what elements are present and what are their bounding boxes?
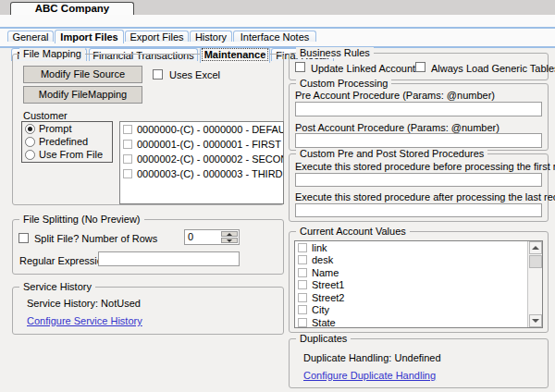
tab-abc-company[interactable]: ABC Company [10, 2, 134, 15]
radio-use-from-file-label: Use From File [39, 149, 103, 160]
split-file-checkbox[interactable] [18, 233, 29, 243]
duplicates-legend: Duplicates [296, 333, 351, 344]
radio-predefined-circle[interactable] [25, 137, 35, 147]
before-procedure-input[interactable] [295, 173, 542, 187]
list-item-checkbox[interactable] [298, 268, 307, 277]
list-item-label: desk [312, 254, 333, 265]
group-custom-processing: Custom Processing Pre Account Procedure … [289, 83, 549, 151]
tab-interface-notes[interactable]: Interface Notes [233, 31, 316, 42]
always-load-generic-tables-checkbox[interactable] [415, 62, 426, 72]
group-service-history: Service History Service History: NotUsed… [12, 287, 284, 335]
tab-general[interactable]: General [7, 31, 54, 42]
list-item-label: 0000001-(C) - 0000001 - FIRST CUST [137, 139, 283, 150]
radio-use-from-file[interactable]: Use From File [22, 148, 112, 161]
tab-maintenance[interactable]: Maintenance [200, 47, 270, 63]
list-item[interactable]: link [295, 241, 542, 254]
list-item[interactable]: 0000001-(C) - 0000001 - FIRST CUST [120, 137, 283, 152]
stored-procedures-legend: Custom Pre and Post Stored Procedures [296, 148, 487, 159]
radio-predefined[interactable]: Predefined [22, 135, 112, 148]
list-item-checkbox[interactable] [298, 280, 307, 289]
list-item[interactable]: State [295, 316, 542, 328]
after-procedure-input[interactable] [295, 203, 542, 217]
list-item-checkbox[interactable] [298, 255, 307, 264]
customer-file-list[interactable]: 0000000-(C) - 0000000 - DEFAULT CU 00000… [119, 121, 284, 204]
list-item[interactable]: Name [295, 266, 542, 279]
current-account-values-legend: Current Account Values [296, 226, 410, 237]
list-item-checkbox[interactable] [123, 140, 132, 149]
list-item[interactable]: 0000003-(C) - 0000003 - THIRD CUST [120, 166, 283, 181]
customer-label: Customer [23, 110, 68, 121]
list-item-checkbox[interactable] [298, 293, 307, 302]
scroll-down-button[interactable] [529, 314, 542, 327]
list-item-label: link [312, 242, 327, 253]
list-item-label: Name [312, 267, 339, 278]
list-item-label: 0000003-(C) - 0000003 - THIRD CUST [137, 168, 283, 179]
radio-prompt-label: Prompt [39, 123, 71, 134]
app-window: ABC Company General Import Files Export … [0, 0, 555, 392]
radio-prompt[interactable]: Prompt [22, 122, 112, 135]
list-item-checkbox[interactable] [298, 318, 307, 327]
after-procedure-label: Execute this stored procedure after proc… [295, 191, 555, 202]
list-item-checkbox[interactable] [298, 243, 307, 252]
uses-excel-label: Uses Excel [169, 69, 220, 80]
list-item-label: City [312, 304, 329, 315]
radio-use-from-file-circle[interactable] [25, 150, 35, 160]
modify-file-source-layout-button[interactable]: Modify File Source Layout [23, 66, 142, 83]
scroll-thumb[interactable] [529, 255, 542, 268]
list-item[interactable]: 0000000-(C) - 0000000 - DEFAULT CU [120, 122, 283, 137]
post-account-procedure-label: Post Account Procedure (Params: @number) [295, 122, 500, 133]
scrollbar[interactable] [527, 241, 542, 327]
list-item[interactable]: City [295, 304, 542, 317]
radio-predefined-label: Predefined [39, 136, 88, 147]
regular-expression-label: Regular Expression [19, 255, 108, 266]
service-history-legend: Service History [19, 281, 95, 292]
group-file-splitting: File Splitting (No Preview) Split File? … [12, 219, 284, 275]
group-current-account-values: Current Account Values link desk Name St… [289, 231, 549, 333]
account-values-list[interactable]: link desk Name Street1 Street2 [294, 240, 543, 328]
list-item-label: State [312, 317, 336, 328]
duplicate-handling-status: Duplicate Handling: Undefined [303, 352, 441, 363]
group-business-rules: Business Rules Update Linked Accounts Al… [289, 53, 549, 80]
split-file-label: Split File? Number of Rows [34, 233, 157, 244]
group-duplicates: Duplicates Duplicate Handling: Undefined… [289, 338, 549, 388]
before-procedure-label: Execute this stored procedure before pro… [295, 161, 555, 172]
list-item[interactable]: desk [295, 254, 542, 267]
tab-export-files[interactable]: Export Files [125, 31, 189, 42]
pre-account-procedure-input[interactable] [295, 102, 542, 116]
scroll-up-icon [532, 246, 539, 250]
list-item-checkbox[interactable] [298, 305, 307, 314]
always-load-generic-tables-label: Always Load Generic Tables [431, 63, 555, 74]
list-item-checkbox[interactable] [123, 154, 132, 164]
main-tabstrip-divider [0, 27, 555, 29]
uses-excel-checkbox[interactable] [153, 69, 163, 80]
post-account-procedure-input[interactable] [295, 133, 542, 148]
list-item-label: 0000000-(C) - 0000000 - DEFAULT CU [137, 124, 283, 135]
list-item-checkbox[interactable] [123, 169, 132, 178]
custom-processing-legend: Custom Processing [296, 78, 391, 89]
list-item-checkbox[interactable] [123, 125, 132, 134]
scroll-up-button[interactable] [529, 241, 542, 254]
list-item[interactable]: Street2 [295, 291, 542, 304]
list-item-label: Street1 [312, 279, 344, 290]
group-stored-procedures: Custom Pre and Post Stored Procedures Ex… [289, 153, 549, 222]
rows-spinner[interactable]: 0 [184, 229, 240, 245]
tab-history[interactable]: History [190, 31, 232, 42]
modify-filemapping-button[interactable]: Modify FileMapping [23, 86, 142, 104]
radio-prompt-circle[interactable] [25, 124, 35, 134]
scroll-down-icon [532, 319, 539, 323]
spinner-up-button[interactable] [221, 231, 238, 237]
list-item[interactable]: 0000002-(C) - 0000002 - SECOND CU [120, 152, 283, 166]
configure-service-history-link[interactable]: Configure Service History [27, 315, 142, 326]
tab-import-files[interactable]: Import Files [55, 30, 124, 43]
service-history-status: Service History: NotUsed [27, 298, 141, 309]
update-linked-accounts-checkbox[interactable] [295, 62, 305, 72]
list-item[interactable]: Street1 [295, 279, 542, 292]
file-splitting-legend: File Splitting (No Preview) [19, 214, 144, 225]
spinner-down-button[interactable] [221, 238, 238, 243]
spinner-down-icon [227, 239, 232, 242]
configure-duplicate-handling-link[interactable]: Configure Duplicate Handling [303, 370, 436, 381]
tab-maintenance-label: Maintenance [203, 49, 268, 60]
regular-expression-input[interactable] [98, 251, 240, 266]
rows-spinner-value: 0 [188, 231, 193, 242]
group-file-mapping: File Mapping Modify File Source Layout M… [12, 54, 284, 205]
